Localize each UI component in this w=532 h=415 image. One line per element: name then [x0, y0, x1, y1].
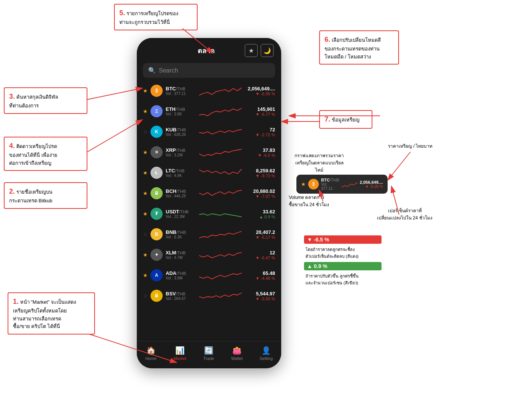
coin-row-ada[interactable]: ★ A ADA/THB Vol : 3.9M 65.48 ▼ -4.48 % — [140, 265, 278, 285]
header-icons: ★ 🌙 — [245, 44, 274, 57]
price-info-bsv: 5,544.97 ▼ -5.83 % — [245, 291, 275, 301]
coin-row-bch[interactable]: ★ Ƀ BCH/THB Vol : 446.29 20,880.02 ▼ -7.… — [140, 183, 278, 203]
price-ada: 65.48 — [245, 270, 275, 276]
setting-icon: 👤 — [261, 346, 271, 355]
trade-icon: 🔄 — [204, 346, 214, 355]
app-header: ตลาด ★ 🌙 — [137, 38, 281, 60]
info-usdt: USDT/THB Vol : 22.3M — [166, 209, 196, 219]
price-info-bnb: 20,407.2 ▼ -6.17 % — [245, 229, 275, 240]
coin-row-bsv[interactable]: ☆ Ƀ BSV/THB Vol : 264.67 5,544.97 ▼ -5.8… — [140, 286, 278, 306]
nav-market-label: Market — [174, 356, 187, 361]
star-bch[interactable]: ★ — [143, 190, 148, 196]
chart-bnb — [199, 227, 242, 241]
info-ada: ADA/THB Vol : 3.9M — [166, 270, 196, 280]
change-usdt: ▲ 0.9 % — [245, 215, 275, 219]
price-usdt: 33.62 — [245, 209, 275, 215]
star-bsv[interactable]: ☆ — [143, 293, 148, 299]
ann7-number: 7. — [325, 115, 330, 123]
ann1-number: 1. — [13, 298, 19, 305]
coin-row-kub[interactable]: ☆ K KUB/THB Vol : 628.2K 72 ▼ -2.72 % — [140, 122, 278, 142]
vol-usdt: Vol : 22.3M — [166, 215, 196, 219]
star-bnb[interactable]: ☆ — [143, 231, 148, 237]
coin-list: ★ ₿ BTC/THB Vol : 377.11 2,056,649.... ▼… — [137, 81, 281, 341]
coin-row-usdt[interactable]: ★ ₮ USDT/THB Vol : 22.3M 33.62 ▲ 0.9 % — [140, 204, 278, 224]
nav-market[interactable]: 📊 Market — [169, 344, 191, 362]
nav-trade-label: Trade — [203, 356, 214, 361]
logo-ltc: Ł — [150, 167, 163, 179]
popup-price-info: 2,056,649.... ▼ -6.05 % — [360, 180, 383, 189]
nav-wallet[interactable]: 👛 Wallet — [226, 344, 247, 362]
favorites-button[interactable]: ★ — [245, 44, 258, 57]
star-ltc[interactable]: ★ — [143, 170, 148, 176]
change-btc: ▼ -6.05 % — [245, 92, 275, 96]
star-ada[interactable]: ★ — [143, 272, 148, 278]
vol-xrp: Vol : 3.2M — [166, 153, 196, 157]
change-ltc: ▼ -9.73 % — [245, 174, 275, 178]
price-info-ada: 65.48 ▼ -4.48 % — [245, 270, 275, 281]
badge-container: ▼ -6.5 % โดยถ้าราคาลดลูกศรจะชี้ลงตัวเปอร… — [304, 235, 382, 286]
vol-eth: Vol : 3.9K — [166, 112, 196, 116]
ann2-number: 2. — [9, 188, 15, 195]
nav-wallet-label: Wallet — [231, 356, 242, 361]
star-usdt[interactable]: ★ — [143, 211, 148, 217]
search-input[interactable]: Search — [159, 67, 178, 74]
price-info-eth: 145,901 ▼ -6.77 % — [245, 106, 275, 117]
change-bsv: ▼ -5.83 % — [245, 297, 275, 301]
logo-xlm: ✦ — [150, 249, 163, 261]
logo-kub: K — [150, 126, 163, 138]
theme-toggle-button[interactable]: 🌙 — [261, 44, 274, 57]
market-icon: 📊 — [175, 346, 185, 355]
info-kub: KUB/THB Vol : 628.2K — [166, 127, 196, 137]
logo-bch: Ƀ — [150, 187, 163, 199]
price-xlm: 12 — [245, 250, 275, 256]
pair-kub: KUB/THB — [166, 127, 196, 133]
search-bar[interactable]: 🔍 Search — [143, 63, 275, 78]
info-xlm: XLM/THB Vol : 4.7M — [166, 250, 196, 260]
ann-price-label: ราคาเหรียญ / ไทยบาท — [388, 142, 433, 150]
price-xrp: 37.83 — [245, 147, 275, 153]
change-bch: ▼ -7.07 % — [245, 194, 275, 199]
coin-row-bnb[interactable]: ☆ B BNB/THB Vol : 6.3K 20,407.2 ▼ -6.17 … — [140, 224, 278, 244]
logo-bnb: B — [150, 228, 163, 240]
ann-graph-label: กราฟแสดงภาพรวมราคาเหรียญในตลาดแบบเรียลไท… — [293, 152, 346, 174]
coin-row-ltc[interactable]: ★ Ł LTC/THB Vol : 4.9K 8,259.62 ▼ -9.73 … — [140, 163, 278, 183]
popup-chart — [342, 179, 358, 189]
coin-row-xlm[interactable]: ★ ✦ XLM/THB Vol : 4.7M 12 ▼ -6.47 % — [140, 245, 278, 265]
info-eth: ETH/THB Vol : 3.9K — [166, 106, 196, 116]
coin-row-xrp[interactable]: ★ ✕ XRP/THB Vol : 3.2M 37.83 ▼ -6.5 % — [140, 142, 278, 162]
coin-row-btc[interactable]: ★ ₿ BTC/THB Vol : 377.11 2,056,649.... ▼… — [140, 81, 278, 101]
price-info-kub: 72 ▼ -2.72 % — [245, 127, 275, 137]
nav-home-label: Home — [145, 356, 156, 361]
home-icon: 🏠 — [146, 346, 156, 355]
bottom-nav: 🏠 Home 📊 Market 🔄 Trade 👛 Wallet 👤 Setti… — [137, 341, 281, 368]
star-eth[interactable]: ★ — [143, 108, 148, 114]
nav-home[interactable]: 🏠 Home — [141, 344, 161, 362]
annotation-4: 4. ติดดาวเหรียญโปรดของท่านได้ที่นี่ เพื่… — [4, 137, 87, 171]
chart-btc — [199, 84, 242, 98]
logo-usdt: ₮ — [150, 208, 163, 220]
star-xrp[interactable]: ★ — [143, 149, 148, 155]
popup-coin-info: BTC/THB Vol : 377.11 — [321, 178, 339, 191]
ann-volume-label: Volume ตลาดการซื้อขายใน 24 ชั่วโมง — [289, 194, 346, 208]
vol-xlm: Vol : 4.7M — [166, 256, 196, 260]
star-xlm[interactable]: ★ — [143, 252, 148, 258]
vol-bnb: Vol : 6.3K — [166, 235, 196, 239]
change-ada: ▼ -4.48 % — [245, 276, 275, 281]
nav-trade[interactable]: 🔄 Trade — [199, 344, 218, 362]
ann4-number: 4. — [9, 142, 15, 150]
phone-container: ตลาด ★ 🌙 🔍 Search ★ ₿ BTC/THB Vol : 377.… — [137, 38, 281, 368]
svg-line-1 — [87, 88, 142, 99]
coin-row-eth[interactable]: ★ Ξ ETH/THB Vol : 3.9K 145,901 ▼ -6.77 % — [140, 101, 278, 121]
price-btc: 2,056,649.... — [245, 86, 275, 92]
page-title: ตลาด — [167, 45, 245, 56]
chart-bch — [199, 186, 242, 200]
chart-ada — [199, 268, 242, 282]
info-bsv: BSV/THB Vol : 264.67 — [166, 291, 196, 301]
chart-usdt — [199, 207, 242, 221]
price-info-ltc: 8,259.62 ▼ -9.73 % — [245, 168, 275, 178]
nav-setting[interactable]: 👤 Setting — [255, 344, 277, 362]
star-kub[interactable]: ☆ — [143, 129, 148, 135]
star-btc[interactable]: ★ — [143, 88, 148, 94]
logo-xrp: ✕ — [150, 146, 163, 158]
price-kub: 72 — [245, 127, 275, 133]
